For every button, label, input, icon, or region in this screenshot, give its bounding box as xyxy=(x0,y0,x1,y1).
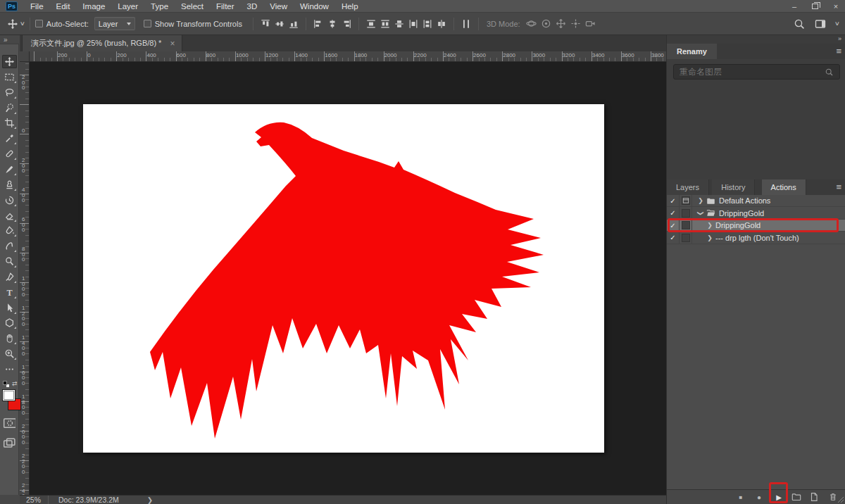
dist-spacing-icon[interactable] xyxy=(461,19,471,29)
clone-stamp-tool[interactable] xyxy=(2,178,17,191)
action-row[interactable]: ✓❯Default Actions xyxy=(667,195,845,207)
screen-mode-button[interactable] xyxy=(3,437,15,451)
marquee-tool[interactable] xyxy=(2,70,17,84)
pen-tool[interactable] xyxy=(2,270,17,284)
edit-toolbar[interactable] xyxy=(2,363,17,376)
menu-window[interactable]: Window xyxy=(294,0,335,13)
action-enabled-checkbox[interactable]: ✓ xyxy=(667,232,680,244)
paint-bucket-tool[interactable] xyxy=(2,224,17,237)
modal-control-toggle[interactable] xyxy=(680,232,692,244)
auto-select-checkbox[interactable] xyxy=(35,20,43,27)
tab-history[interactable]: History xyxy=(712,179,755,195)
3d-roll-icon[interactable] xyxy=(541,18,551,29)
tab-actions[interactable]: Actions xyxy=(762,179,806,195)
3d-camera-icon[interactable] xyxy=(585,18,596,29)
expander-chevron-icon[interactable]: ❯ xyxy=(707,234,713,241)
expander-chevron-icon[interactable]: ❯ xyxy=(697,210,704,216)
menu-help[interactable]: Help xyxy=(335,0,365,13)
renamy-search-input[interactable] xyxy=(680,67,825,77)
workspace-icon[interactable] xyxy=(813,17,827,31)
toolbar-collapse-icon[interactable]: » xyxy=(4,36,7,44)
workspace-chevron-icon[interactable]: ∨ xyxy=(834,20,840,27)
quick-selection-tool[interactable] xyxy=(2,101,17,115)
action-enabled-checkbox[interactable]: ✓ xyxy=(667,220,680,232)
align-center-icon[interactable] xyxy=(327,19,337,29)
move-tool[interactable] xyxy=(2,55,17,68)
collapse-panels-icon[interactable]: » xyxy=(838,35,841,42)
3d-orbit-icon[interactable] xyxy=(526,18,537,29)
action-enabled-checkbox[interactable]: ✓ xyxy=(667,207,680,219)
play-button[interactable]: ▶ xyxy=(772,490,786,504)
preset-chevron-icon[interactable]: ∨ xyxy=(20,20,25,27)
menu-select[interactable]: Select xyxy=(175,0,210,13)
3d-slide-icon[interactable] xyxy=(570,18,581,29)
minimize-icon[interactable]: – xyxy=(789,1,799,12)
foreground-color-swatch[interactable] xyxy=(2,389,15,401)
auto-select-target-dropdown[interactable]: Layer xyxy=(94,17,135,30)
healing-brush-tool[interactable] xyxy=(2,147,17,160)
menu-type[interactable]: Type xyxy=(144,0,175,13)
dodge-tool[interactable] xyxy=(2,255,17,268)
menu-image[interactable]: Image xyxy=(76,0,111,13)
menu-3d[interactable]: 3D xyxy=(241,0,264,13)
crop-tool[interactable] xyxy=(2,116,17,130)
record-button[interactable]: ● xyxy=(752,490,766,504)
modal-control-toggle[interactable] xyxy=(680,195,692,207)
new-folder-button[interactable] xyxy=(789,490,803,504)
align-right-icon[interactable] xyxy=(342,19,351,29)
align-top-icon[interactable] xyxy=(261,19,270,29)
action-row[interactable]: ✓❯DrippingGold xyxy=(667,208,845,220)
shape-tool[interactable] xyxy=(2,316,17,329)
expander-chevron-icon[interactable]: ❯ xyxy=(698,197,703,204)
history-brush-tool[interactable] xyxy=(2,194,17,207)
modal-control-toggle[interactable] xyxy=(680,220,692,232)
restore-icon[interactable] xyxy=(812,4,818,9)
modal-control-toggle[interactable] xyxy=(680,207,692,219)
dist-center-icon[interactable] xyxy=(423,19,432,29)
dist-bottom-icon[interactable] xyxy=(394,19,404,29)
show-transform-checkbox[interactable] xyxy=(144,20,151,27)
tab-renamy[interactable]: Renamy xyxy=(667,44,717,59)
stop-button[interactable]: ■ xyxy=(734,490,748,504)
align-left-icon[interactable] xyxy=(313,19,323,29)
eraser-tool[interactable] xyxy=(2,209,17,222)
document-tab[interactable]: 演示文件.jpg @ 25% (brush, RGB/8) * × xyxy=(22,35,182,51)
align-bottom-icon[interactable] xyxy=(289,19,299,29)
action-row[interactable]: ✓❯DrippingGold xyxy=(667,220,845,232)
eyedropper-tool[interactable] xyxy=(2,132,17,145)
align-middle-icon[interactable] xyxy=(275,19,284,29)
action-enabled-checkbox[interactable]: ✓ xyxy=(667,195,680,207)
smudge-tool[interactable] xyxy=(2,239,17,253)
lasso-tool[interactable] xyxy=(2,86,17,99)
move-tool-preset-icon[interactable] xyxy=(6,17,20,31)
close-icon[interactable]: × xyxy=(831,1,841,12)
menu-edit[interactable]: Edit xyxy=(50,0,77,13)
tab-layers[interactable]: Layers xyxy=(667,179,709,195)
zoom-level-field[interactable]: 25% xyxy=(20,496,49,504)
swap-colors-icon[interactable]: ⇄ xyxy=(12,380,18,387)
brush-tool[interactable] xyxy=(2,163,17,176)
renamy-menu-icon[interactable]: ≡ xyxy=(836,48,841,55)
tab-close-icon[interactable]: × xyxy=(170,39,175,49)
document-canvas[interactable] xyxy=(83,104,604,453)
action-row[interactable]: ✓❯--- drp lgth (Don't Touch) xyxy=(667,232,845,244)
menu-filter[interactable]: Filter xyxy=(210,0,241,13)
dist-left-icon[interactable] xyxy=(408,19,418,29)
3d-pan-icon[interactable] xyxy=(556,18,566,29)
search-icon[interactable] xyxy=(792,17,806,31)
actions-menu-icon[interactable]: ≡ xyxy=(836,184,841,191)
status-chevron-icon[interactable]: ❯ xyxy=(147,496,153,504)
dist-top-icon[interactable] xyxy=(366,19,376,29)
menu-layer[interactable]: Layer xyxy=(111,0,144,13)
type-tool[interactable]: T xyxy=(2,286,17,299)
zoom-tool[interactable] xyxy=(2,347,17,360)
path-select-tool[interactable] xyxy=(2,301,17,315)
new-action-button[interactable] xyxy=(807,490,821,504)
menu-file[interactable]: File xyxy=(24,0,50,13)
expander-chevron-icon[interactable]: ❯ xyxy=(707,222,713,229)
quick-mask-button[interactable] xyxy=(3,416,15,430)
default-colors-icon[interactable] xyxy=(3,381,10,388)
menu-view[interactable]: View xyxy=(263,0,294,13)
hand-tool[interactable] xyxy=(2,332,17,345)
dist-middle-icon[interactable] xyxy=(380,19,390,29)
